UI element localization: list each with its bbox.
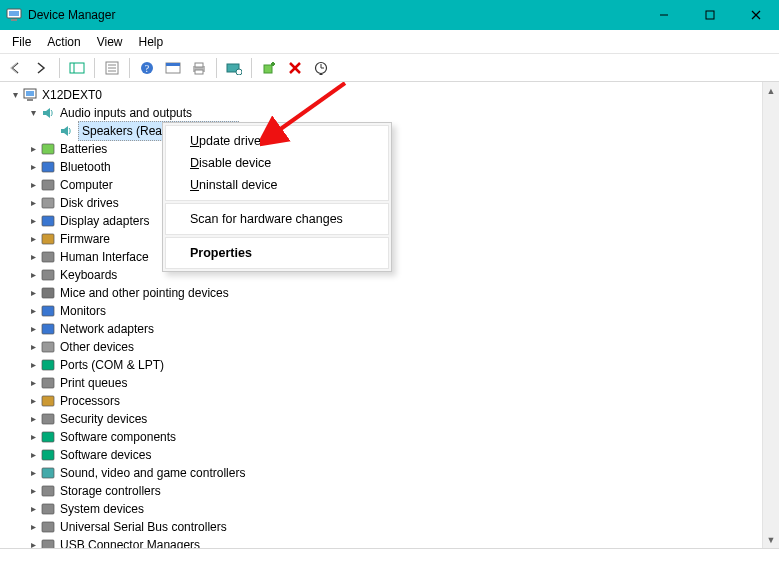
tree-category-label: Mice and other pointing devices [60,284,229,302]
menu-action[interactable]: Action [39,33,88,51]
svg-rect-42 [42,342,54,352]
tree-category-audio[interactable]: ▾ Audio inputs and outputs [8,104,760,122]
expand-icon[interactable]: ▸ [26,158,40,176]
device-category-icon [40,321,56,337]
status-bar [0,548,779,570]
speaker-icon [58,123,74,139]
svg-rect-39 [42,288,54,298]
tree-category[interactable]: ▸Processors [8,392,760,410]
tree-category-label: Ports (COM & LPT) [60,356,164,374]
svg-rect-33 [42,180,54,190]
add-legacy-icon[interactable] [257,56,281,80]
expand-icon[interactable]: ▸ [26,482,40,500]
tree-category[interactable]: ▸Mice and other pointing devices [8,284,760,302]
tree-category[interactable]: ▸Monitors [8,302,760,320]
device-category-icon [40,483,56,499]
expand-icon[interactable]: ▸ [26,320,40,338]
expand-icon[interactable]: ▸ [26,338,40,356]
expand-icon[interactable]: ▸ [26,464,40,482]
maximize-button[interactable] [687,0,733,30]
tree-category-label: Software components [60,428,176,446]
tree-category[interactable]: ▸Software devices [8,446,760,464]
expand-icon[interactable]: ▸ [26,536,40,548]
menu-view[interactable]: View [89,33,131,51]
scan-icon[interactable] [309,56,333,80]
back-icon[interactable] [4,56,28,80]
tree-category[interactable]: ▸Software components [8,428,760,446]
tree-category[interactable]: ▸Other devices [8,338,760,356]
tree-category-label: Display adapters [60,212,149,230]
expand-icon[interactable]: ▸ [26,446,40,464]
expand-icon[interactable]: ▸ [26,374,40,392]
menu-help[interactable]: Help [131,33,172,51]
svg-rect-29 [26,91,34,96]
device-category-icon [40,339,56,355]
menubar: File Action View Help [0,30,779,54]
tree-category-label: Human Interface [60,248,149,266]
show-hide-icon[interactable] [65,56,89,80]
expand-icon[interactable]: ▸ [26,500,40,518]
workarea: ▾ X12DEXT0 ▾ Audio inputs and outputs ▸ … [0,82,779,548]
tree-category-label: USB Connector Managers [60,536,200,548]
expand-icon[interactable]: ▸ [26,230,40,248]
expand-icon[interactable]: ▸ [26,518,40,536]
svg-rect-44 [42,378,54,388]
remote-icon[interactable] [222,56,246,80]
expand-icon[interactable]: ▸ [26,140,40,158]
print-icon[interactable] [187,56,211,80]
scroll-down-icon[interactable]: ▼ [763,531,779,548]
tree-category[interactable]: ▸Ports (COM & LPT) [8,356,760,374]
expand-icon[interactable]: ▸ [26,266,40,284]
tree-category[interactable]: ▸System devices [8,500,760,518]
device-category-icon [40,393,56,409]
ctx-uninstall-device[interactable]: Uninstall device [166,174,388,196]
properties-icon[interactable] [100,56,124,80]
svg-rect-16 [166,63,180,66]
svg-text:?: ? [145,63,150,74]
svg-rect-49 [42,468,54,478]
tree-category-label: Bluetooth [60,158,111,176]
tree-category-label: System devices [60,500,144,518]
scrollbar-vertical[interactable]: ▲ ▼ [762,82,779,548]
expand-icon[interactable]: ▸ [26,356,40,374]
svg-rect-2 [11,19,17,21]
expand-icon[interactable]: ▸ [26,392,40,410]
expand-icon[interactable]: ▸ [26,302,40,320]
tree-category[interactable]: ▸Storage controllers [8,482,760,500]
action-center-icon[interactable] [161,56,185,80]
svg-rect-37 [42,252,54,262]
device-category-icon [40,267,56,283]
svg-rect-48 [42,450,54,460]
tree-category[interactable]: ▸Universal Serial Bus controllers [8,518,760,536]
ctx-update-driver[interactable]: Update driver [166,130,388,152]
tree-category[interactable]: ▸Print queues [8,374,760,392]
device-category-icon [40,447,56,463]
device-category-icon [40,159,56,175]
expand-icon[interactable]: ▸ [26,284,40,302]
ctx-scan-hardware[interactable]: Scan for hardware changes [166,208,388,230]
expand-icon[interactable]: ▸ [26,428,40,446]
ctx-disable-device[interactable]: Disable device [166,152,388,174]
device-category-icon [40,231,56,247]
device-category-icon [40,177,56,193]
scroll-up-icon[interactable]: ▲ [763,82,779,99]
svg-rect-34 [42,198,54,208]
svg-point-21 [236,69,242,75]
close-button[interactable] [733,0,779,30]
minimize-button[interactable] [641,0,687,30]
tree-category[interactable]: ▸Network adapters [8,320,760,338]
expand-icon[interactable]: ▸ [26,194,40,212]
expand-icon[interactable]: ▸ [26,248,40,266]
expand-icon[interactable]: ▸ [26,176,40,194]
uninstall-icon[interactable] [283,56,307,80]
tree-category[interactable]: ▸Security devices [8,410,760,428]
expand-icon[interactable]: ▸ [26,410,40,428]
tree-category[interactable]: ▸USB Connector Managers [8,536,760,548]
ctx-properties[interactable]: Properties [166,242,388,264]
forward-icon[interactable] [30,56,54,80]
tree-category[interactable]: ▸Sound, video and game controllers [8,464,760,482]
expand-icon[interactable]: ▸ [26,212,40,230]
menu-file[interactable]: File [4,33,39,51]
tree-root[interactable]: ▾ X12DEXT0 [8,86,760,104]
help-icon[interactable]: ? [135,56,159,80]
